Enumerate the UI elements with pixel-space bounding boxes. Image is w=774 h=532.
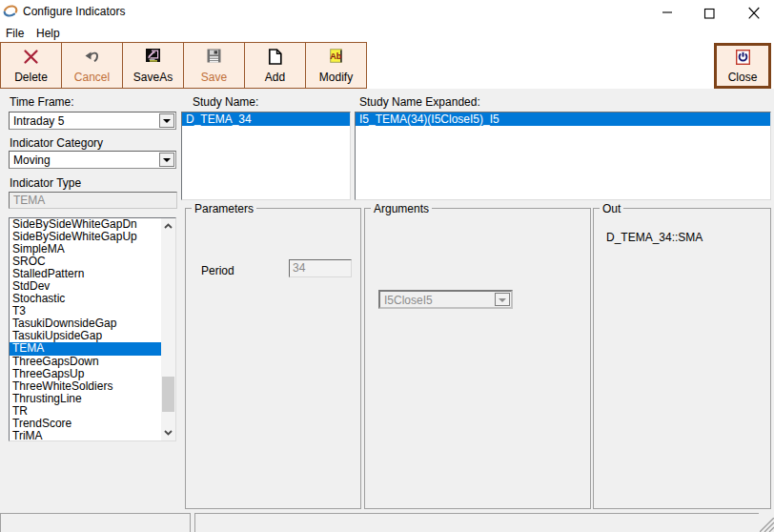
svg-text:Ab: Ab bbox=[330, 51, 341, 61]
